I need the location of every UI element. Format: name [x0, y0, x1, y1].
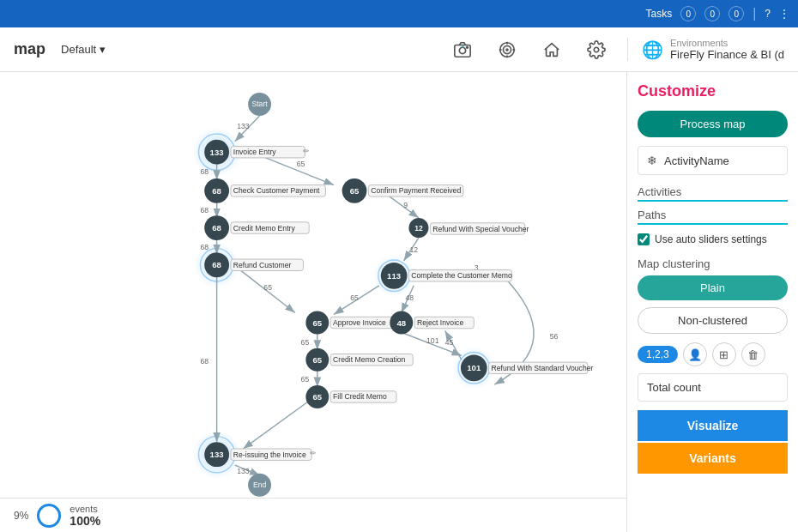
target-icon[interactable]: [493, 36, 521, 63]
pct-prefix: 9%: [14, 510, 28, 522]
process-canvas[interactable]: Start 133 68 65 68: [0, 72, 626, 532]
events-percentage: 100%: [70, 514, 100, 528]
svg-text:133: 133: [210, 148, 224, 157]
svg-point-5: [506, 49, 508, 51]
svg-text:✏: ✏: [303, 147, 310, 155]
trash-icon-btn[interactable]: 🗑: [741, 342, 765, 366]
trash-icon: 🗑: [747, 348, 759, 361]
plain-btn[interactable]: Plain: [638, 275, 788, 300]
svg-text:Complete the Customer Memo: Complete the Customer Memo: [411, 271, 512, 280]
grid-icon-btn[interactable]: ⊞: [712, 342, 736, 366]
svg-text:45: 45: [445, 338, 454, 347]
total-count-label: Total count: [638, 373, 788, 402]
svg-text:End: End: [253, 481, 267, 489]
settings-icon[interactable]: [583, 36, 610, 63]
env-section: 🌐 Environments FireFly Finance & BI (d: [627, 38, 784, 61]
activity-name-option[interactable]: ❄ ActivityName: [638, 146, 788, 175]
svg-text:65: 65: [263, 283, 272, 292]
more-btn[interactable]: ⋮: [779, 8, 789, 20]
task-count-3[interactable]: 0: [728, 6, 744, 21]
svg-text:Credit Memo Creation: Credit Memo Creation: [333, 355, 406, 364]
bottom-bar: 9% events 100%: [0, 498, 626, 532]
svg-text:12: 12: [409, 245, 418, 254]
customize-title: Customize: [638, 82, 788, 100]
svg-text:Start: Start: [251, 100, 268, 108]
visualize-btn[interactable]: Visualize: [638, 410, 788, 441]
svg-text:Reject Invoice: Reject Invoice: [417, 318, 463, 327]
events-indicator: [37, 504, 61, 528]
svg-text:68: 68: [212, 260, 221, 269]
chevron-down-icon: ▾: [100, 43, 106, 56]
process-map-svg: Start 133 68 65 68: [0, 72, 626, 532]
grid-icon: ⊞: [719, 348, 728, 361]
svg-text:65: 65: [350, 293, 359, 302]
svg-text:65: 65: [312, 392, 322, 402]
svg-point-10: [594, 47, 599, 52]
home-icon[interactable]: [538, 36, 565, 63]
svg-line-27: [256, 154, 334, 185]
svg-text:Fill Credit Memo: Fill Credit Memo: [333, 392, 387, 401]
svg-text:Refund With Standard Voucher: Refund With Standard Voucher: [491, 364, 593, 372]
task-count-2[interactable]: 0: [704, 6, 720, 21]
svg-text:65: 65: [350, 186, 360, 196]
top-bar: Tasks 0 0 0 | ? ⋮: [0, 0, 798, 27]
svg-text:56: 56: [550, 332, 559, 341]
customize-panel: Customize Process map ❄ ActivityName Act…: [626, 72, 798, 532]
svg-line-58: [243, 401, 309, 449]
env-name: FireFly Finance & BI (d: [670, 48, 784, 61]
svg-text:65: 65: [301, 338, 310, 347]
svg-text:68: 68: [212, 223, 221, 233]
non-clustered-btn[interactable]: Non-clustered: [638, 307, 788, 334]
svg-text:Re-issuing the Invoice: Re-issuing the Invoice: [233, 450, 306, 459]
svg-text:Credit Memo Entry: Credit Memo Entry: [233, 224, 296, 233]
svg-text:48: 48: [406, 293, 414, 302]
svg-text:12: 12: [414, 224, 423, 233]
svg-text:133: 133: [237, 467, 250, 475]
svg-text:101: 101: [426, 336, 439, 345]
svg-text:65: 65: [312, 355, 322, 365]
svg-text:Invoice Entry: Invoice Entry: [233, 148, 277, 156]
svg-point-2: [467, 46, 469, 48]
separator: |: [753, 6, 756, 21]
map-clustering-section: Map clustering: [638, 257, 788, 270]
env-label: Environments: [670, 38, 784, 48]
auto-sliders-row: Use auto sliders settings: [638, 233, 788, 245]
activities-section: Activities: [638, 185, 788, 202]
default-dropdown[interactable]: Default ▾: [54, 39, 112, 59]
process-map-btn[interactable]: Process map: [638, 111, 788, 137]
svg-text:✏: ✏: [310, 449, 317, 457]
app-title: map: [14, 40, 45, 58]
svg-text:133: 133: [210, 450, 224, 459]
svg-text:68: 68: [200, 206, 209, 215]
default-label: Default: [61, 43, 96, 56]
main-content: Start 133 68 65 68: [0, 72, 798, 532]
svg-point-1: [459, 47, 465, 53]
svg-text:65: 65: [301, 375, 310, 384]
activity-name-label: ActivityName: [664, 154, 729, 167]
svg-text:65: 65: [297, 160, 305, 168]
svg-text:Refund Customer: Refund Customer: [233, 261, 292, 269]
help-btn[interactable]: ?: [765, 8, 771, 20]
variants-btn[interactable]: Variants: [638, 443, 788, 474]
person-icon-btn[interactable]: 👤: [683, 342, 707, 366]
task-count-1[interactable]: 0: [680, 6, 696, 21]
auto-sliders-label: Use auto sliders settings: [655, 233, 767, 245]
auto-sliders-checkbox[interactable]: [638, 233, 650, 245]
snowflake-icon: ❄: [647, 154, 657, 167]
svg-text:68: 68: [200, 167, 209, 176]
globe-icon: 🌐: [642, 39, 663, 60]
icons-row: 1,2,3 👤 ⊞ 🗑: [638, 342, 788, 366]
svg-text:101: 101: [467, 363, 481, 372]
svg-text:Approve Invoice: Approve Invoice: [333, 318, 386, 327]
camera-icon[interactable]: [449, 36, 476, 63]
svg-text:65: 65: [312, 318, 322, 328]
nav-bar: map Default ▾: [0, 27, 798, 72]
number-pill[interactable]: 1,2,3: [638, 346, 678, 363]
svg-text:Refund With Special Voucher: Refund With Special Voucher: [432, 225, 529, 233]
svg-text:68: 68: [200, 243, 209, 251]
svg-text:68: 68: [200, 357, 209, 366]
svg-text:Confirm Payment Received: Confirm Payment Received: [371, 186, 461, 195]
paths-section: Paths: [638, 209, 788, 225]
person-icon: 👤: [688, 348, 702, 361]
svg-text:48: 48: [396, 318, 406, 328]
